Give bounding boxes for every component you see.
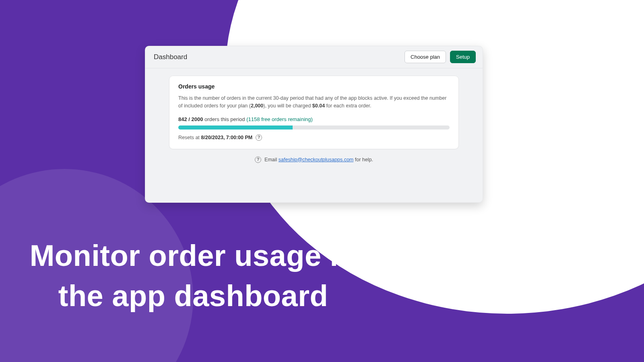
headline-line-2: the app dashboard	[0, 278, 386, 315]
email-prefix: Email	[264, 157, 279, 162]
dashboard-panel: Dashboard Choose plan Setup Orders usage…	[145, 46, 483, 203]
usage-progress-bar	[178, 125, 450, 130]
footer-help: ? Email safeship@checkoutplusapps.com fo…	[145, 156, 483, 163]
help-icon[interactable]: ?	[256, 134, 262, 141]
help-icon[interactable]: ?	[255, 156, 261, 163]
support-email-link[interactable]: safeship@checkoutplusapps.com	[279, 157, 353, 162]
reset-line: Resets at 8/20/2023, 7:00:00 PM ?	[178, 134, 450, 141]
email-suffix: for help.	[353, 157, 373, 162]
dashboard-header: Dashboard Choose plan Setup	[145, 46, 483, 68]
used-over-limit: 842 / 2000	[178, 116, 203, 122]
setup-button[interactable]: Setup	[450, 51, 476, 63]
marketing-slide: Monitor order usage in the app dashboard…	[0, 0, 644, 362]
headline-line-1: Monitor order usage in	[0, 237, 386, 275]
remaining-label: (1158 free orders remaining)	[246, 116, 313, 122]
header-actions: Choose plan Setup	[405, 51, 476, 63]
overage-price-value: $0.04	[312, 103, 325, 109]
page-title: Dashboard	[154, 53, 187, 61]
orders-usage-title: Orders usage	[178, 83, 450, 90]
usage-progress-fill	[178, 125, 293, 130]
desc-text-mid: ), you will be charged	[263, 103, 312, 109]
period-label: orders this period	[203, 116, 246, 122]
plan-limit-value: 2,000	[251, 103, 263, 109]
orders-usage-description: This is the number of orders in the curr…	[178, 95, 450, 110]
reset-datetime: 8/20/2023, 7:00:00 PM	[201, 135, 252, 140]
desc-text-post: for each extra order.	[325, 103, 371, 109]
choose-plan-button[interactable]: Choose plan	[405, 51, 446, 63]
reset-prefix: Resets at	[178, 135, 201, 140]
usage-summary-line: 842 / 2000 orders this period (1158 free…	[178, 116, 450, 122]
orders-usage-card: Orders usage This is the number of order…	[169, 76, 459, 149]
